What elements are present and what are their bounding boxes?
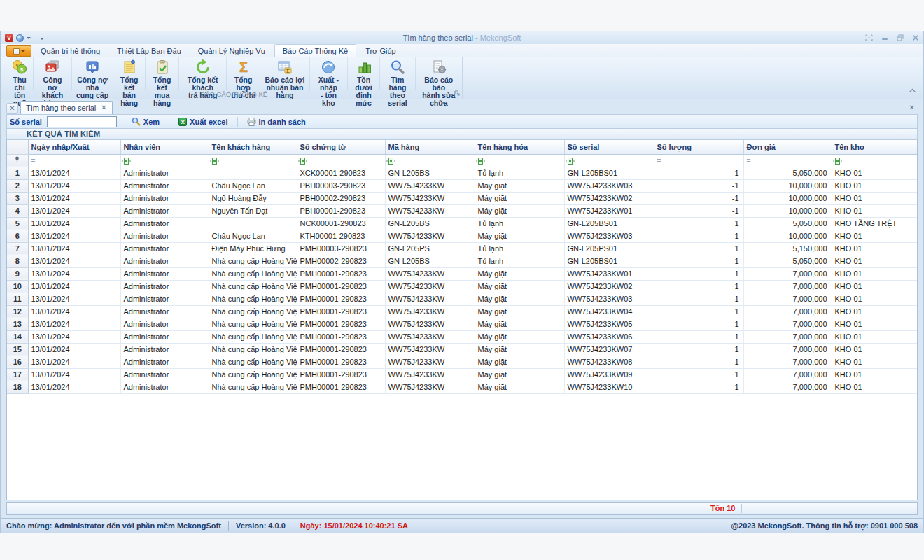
cell-warehouse[interactable]: KHO 01 <box>832 356 918 368</box>
cell-date[interactable]: 13/01/2024 <box>28 204 120 217</box>
cell-quantity[interactable]: 1 <box>654 293 743 305</box>
table-row[interactable]: 10 13/01/2024 Administrator Nhà cung cấp… <box>7 280 918 293</box>
cell-staff[interactable]: Administrator <box>120 293 209 305</box>
cell-rownum[interactable]: 17 <box>7 368 28 381</box>
cell-date[interactable]: 13/01/2024 <box>28 217 120 230</box>
cell-date[interactable]: 13/01/2024 <box>28 368 120 381</box>
cell-unit-price[interactable]: 7,000,000 <box>743 381 832 393</box>
cell-unit-price[interactable]: 10,000,000 <box>743 192 832 204</box>
tab-thiet-lap-ban-dau[interactable]: Thiết Lập Ban Đầu <box>109 45 189 57</box>
cell-staff[interactable]: Administrator <box>120 305 209 318</box>
theme-sphere-icon[interactable] <box>16 34 24 42</box>
cell-doc-number[interactable]: PBH00001-290823 <box>297 204 385 217</box>
cell-item-name[interactable]: Máy giặt <box>475 305 564 318</box>
cell-item-code[interactable]: WW75J4233KW <box>385 330 475 343</box>
cell-item-code[interactable]: WW75J4233KW <box>385 318 475 330</box>
cell-rownum[interactable]: 14 <box>7 330 28 343</box>
cell-doc-number[interactable]: PMH00001-290823 <box>297 381 385 393</box>
cell-warehouse[interactable]: KHO 01 <box>832 318 918 330</box>
cell-item-name[interactable]: Máy giặt <box>475 192 564 204</box>
cell-staff[interactable]: Administrator <box>120 255 209 267</box>
cell-item-name[interactable]: Máy giặt <box>475 280 564 293</box>
col-header-ma-hang[interactable]: Mã hàng <box>385 140 475 154</box>
cell-unit-price[interactable]: 5,050,000 <box>743 217 832 230</box>
cell-rownum[interactable]: 9 <box>7 267 28 280</box>
cell-rownum[interactable]: 10 <box>7 280 28 293</box>
close-tabstrip-icon[interactable]: ✕ <box>909 103 915 111</box>
cell-serial[interactable]: GN-L205BS01 <box>564 217 654 230</box>
cell-date[interactable]: 13/01/2024 <box>28 230 120 242</box>
cell-warehouse[interactable]: KHO TẦNG TRỆT <box>832 217 918 230</box>
cell-date[interactable]: 13/01/2024 <box>28 167 120 179</box>
cell-quantity[interactable]: 1 <box>654 230 743 242</box>
cell-quantity[interactable]: 1 <box>654 255 743 267</box>
col-header-ten-khach-hang[interactable]: Tên khách hàng <box>209 140 297 154</box>
cell-quantity[interactable]: 1 <box>654 343 743 356</box>
btn-xuat-nhap-ton-kho[interactable]: Xuất - nhập - tồn kho <box>310 57 348 90</box>
cell-customer[interactable]: Nhà cung cấp Hoàng Việt <box>209 267 297 280</box>
cell-quantity[interactable]: -1 <box>654 204 743 217</box>
col-header-ten-kho[interactable]: Tên kho <box>832 140 918 154</box>
cell-rownum[interactable]: 18 <box>7 381 28 393</box>
app-logo-icon[interactable]: V <box>5 34 13 42</box>
cell-doc-number[interactable]: PBH00002-290823 <box>297 192 385 204</box>
cell-warehouse[interactable]: KHO 01 <box>832 293 918 305</box>
cell-item-code[interactable]: WW75J4233KW <box>385 267 475 280</box>
cell-unit-price[interactable]: 5,050,000 <box>743 167 832 179</box>
cell-doc-number[interactable]: PMH00001-290823 <box>297 356 385 368</box>
cell-serial[interactable]: WW75J4233KW09 <box>564 368 654 381</box>
cell-quantity[interactable]: 1 <box>654 318 743 330</box>
cell-item-name[interactable]: Máy giặt <box>475 318 564 330</box>
cell-item-name[interactable]: Máy giặt <box>475 293 564 305</box>
cell-warehouse[interactable]: KHO 01 <box>832 230 918 242</box>
cell-unit-price[interactable]: 7,000,000 <box>743 343 832 356</box>
cell-rownum[interactable]: 8 <box>7 255 28 267</box>
cell-item-name[interactable]: Máy giặt <box>475 368 564 381</box>
cell-date[interactable]: 13/01/2024 <box>28 179 120 192</box>
cell-staff[interactable]: Administrator <box>120 267 209 280</box>
cell-doc-number[interactable]: PMH00002-290823 <box>297 255 385 267</box>
cell-serial[interactable]: WW75J4233KW10 <box>564 381 654 393</box>
btn-cong-no-khach-hang[interactable]: Công nợ khách hàng <box>34 57 71 90</box>
table-row[interactable]: 16 13/01/2024 Administrator Nhà cung cấp… <box>7 356 918 368</box>
cell-rownum[interactable]: 7 <box>7 242 28 255</box>
cell-staff[interactable]: Administrator <box>120 381 209 393</box>
minimize-icon[interactable] <box>881 34 888 41</box>
cell-unit-price[interactable]: 7,000,000 <box>743 267 832 280</box>
btn-thu-chi-ton-quy[interactable]: €$ Thu chi tồn quỹ <box>6 57 34 90</box>
cell-doc-number[interactable]: PMH00001-290823 <box>297 330 385 343</box>
cell-item-name[interactable]: Máy giặt <box>475 267 564 280</box>
cell-item-code[interactable]: GN-L205BS <box>385 255 475 267</box>
cell-serial[interactable]: WW75J4233KW03 <box>564 230 654 242</box>
cell-date[interactable]: 13/01/2024 <box>28 242 120 255</box>
cell-staff[interactable]: Administrator <box>120 179 209 192</box>
cell-item-code[interactable]: WW75J4233KW <box>385 343 475 356</box>
cell-warehouse[interactable]: KHO 01 <box>832 368 918 381</box>
cell-rownum[interactable]: 6 <box>7 230 28 242</box>
cell-rownum[interactable]: 16 <box>7 356 28 368</box>
cell-item-name[interactable]: Máy giặt <box>475 330 564 343</box>
cell-unit-price[interactable]: 7,000,000 <box>743 330 832 343</box>
cell-warehouse[interactable]: KHO 01 <box>832 280 918 293</box>
quick-access-more-icon[interactable] <box>39 35 46 41</box>
cell-unit-price[interactable]: 7,000,000 <box>743 305 832 318</box>
cell-item-name[interactable]: Máy giặt <box>475 204 564 217</box>
cell-item-code[interactable]: WW75J4233KW <box>385 305 475 318</box>
cell-warehouse[interactable]: KHO 01 <box>832 192 918 204</box>
cell-staff[interactable]: Administrator <box>120 217 209 230</box>
cell-warehouse[interactable]: KHO 01 <box>832 204 918 217</box>
cell-staff[interactable]: Administrator <box>120 368 209 381</box>
cell-customer[interactable]: Châu Ngọc Lan <box>209 179 297 192</box>
cell-date[interactable]: 13/01/2024 <box>28 267 120 280</box>
cell-serial[interactable]: WW75J4233KW02 <box>564 192 654 204</box>
cell-rownum[interactable]: 3 <box>7 192 28 204</box>
table-row[interactable]: 4 13/01/2024 Administrator Nguyễn Tấn Đạ… <box>7 204 918 217</box>
cell-rownum[interactable]: 13 <box>7 318 28 330</box>
col-header-nhan-vien[interactable]: Nhân viên <box>120 140 209 154</box>
cell-quantity[interactable]: 1 <box>654 356 743 368</box>
cell-staff[interactable]: Administrator <box>120 356 209 368</box>
application-menu-button[interactable] <box>6 46 31 57</box>
cell-date[interactable]: 13/01/2024 <box>28 305 120 318</box>
table-row[interactable]: 13 13/01/2024 Administrator Nhà cung cấp… <box>7 318 918 330</box>
cell-unit-price[interactable]: 10,000,000 <box>743 179 832 192</box>
